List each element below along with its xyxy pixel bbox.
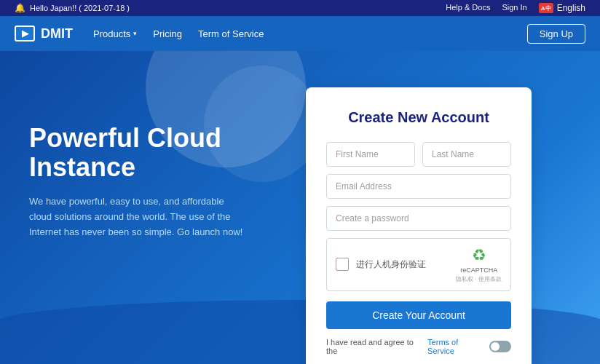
header-right: Sign Up	[527, 24, 585, 44]
password-input[interactable]	[326, 206, 511, 231]
signup-button[interactable]: Sign Up	[527, 24, 585, 44]
signup-card: Create New Account 进行人机身份验证 ♻ reCAPTCHA …	[306, 87, 532, 364]
announcement-bar: 🔔 Hello Japan!! ( 2021-07-18 ) Help & Do…	[0, 0, 600, 16]
password-row	[326, 206, 511, 231]
logo[interactable]: ▶ DMIT	[15, 25, 73, 41]
header-top-right: Help & Docs Sign In A中 English	[446, 3, 585, 13]
card-title: Create New Account	[326, 109, 511, 126]
email-row	[326, 174, 511, 199]
last-name-input[interactable]	[422, 142, 511, 167]
language-icon: A中	[539, 3, 553, 13]
decorative-circle-2	[204, 66, 320, 182]
announcement-text-group: 🔔 Hello Japan!! ( 2021-07-18 )	[15, 3, 130, 13]
bell-icon: 🔔	[15, 3, 25, 13]
recaptcha-badge: reCAPTCHA	[456, 266, 502, 275]
nav-pricing-label: Pricing	[153, 28, 182, 39]
main-nav: Products ▾ Pricing Term of Service	[93, 28, 264, 39]
logo-text: DMIT	[41, 26, 73, 41]
name-row	[326, 142, 511, 167]
nav-terms[interactable]: Term of Service	[198, 28, 264, 39]
nav-products[interactable]: Products ▾	[93, 28, 137, 39]
help-link[interactable]: Help & Docs	[446, 3, 490, 13]
chevron-down-icon: ▾	[133, 30, 137, 37]
language-selector[interactable]: A中 English	[539, 3, 585, 13]
recaptcha-left: 进行人机身份验证	[336, 258, 426, 271]
nav-terms-label: Term of Service	[198, 28, 264, 39]
first-name-input[interactable]	[326, 142, 415, 167]
language-label: English	[557, 3, 585, 13]
terms-prefix: I have read and agree to the	[326, 338, 423, 355]
recaptcha-right: ♻ reCAPTCHA 隐私权 · 使用条款	[456, 246, 502, 283]
signin-link[interactable]: Sign In	[502, 3, 526, 13]
header: ▶ DMIT Products ▾ Pricing Term of Servic…	[0, 16, 600, 51]
recaptcha-sub: 隐私权 · 使用条款	[456, 275, 502, 283]
nav-pricing[interactable]: Pricing	[153, 28, 182, 39]
terms-row: I have read and agree to the Terms of Se…	[326, 338, 511, 355]
email-input[interactable]	[326, 174, 511, 199]
recaptcha-box: 进行人机身份验证 ♻ reCAPTCHA 隐私权 · 使用条款	[326, 238, 511, 291]
recaptcha-logo-icon: ♻	[456, 246, 502, 265]
hero-description: We have powerful, easy to use, and affor…	[29, 194, 248, 240]
terms-toggle[interactable]	[489, 341, 511, 352]
toggle-knob	[491, 342, 500, 351]
create-account-button[interactable]: Create Your Account	[326, 301, 511, 329]
hero-section: Powerful Cloud Instance We have powerful…	[0, 51, 600, 364]
terms-link[interactable]: Terms of Service	[427, 338, 485, 355]
header-left: ▶ DMIT Products ▾ Pricing Term of Servic…	[15, 25, 264, 41]
recaptcha-text: 进行人机身份验证	[356, 258, 426, 271]
announcement-text: Hello Japan!! ( 2021-07-18 )	[30, 4, 130, 12]
logo-icon: ▶	[15, 25, 35, 41]
nav-products-label: Products	[93, 28, 130, 39]
recaptcha-checkbox[interactable]	[336, 258, 349, 271]
